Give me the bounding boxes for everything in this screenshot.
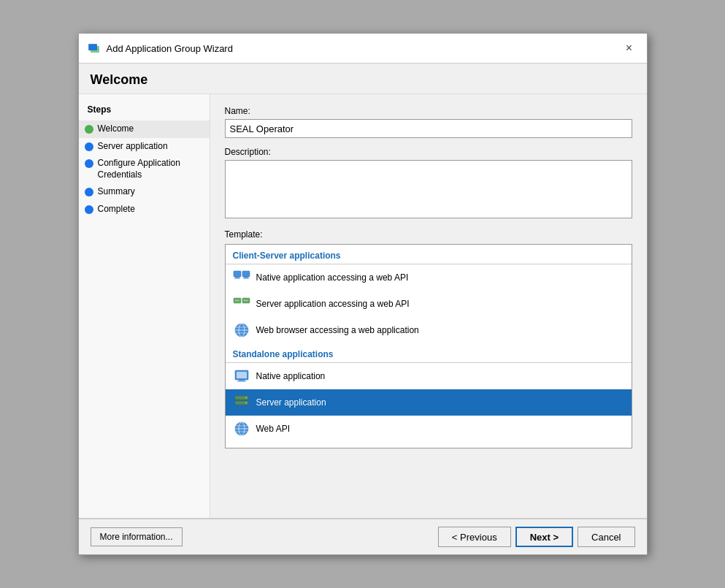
content-area: Steps WelcomeServer applicationConfigure… [79, 94, 647, 518]
template-group-heading-1: Standalone applications [226, 343, 632, 363]
next-button[interactable]: Next > [515, 527, 573, 547]
nav-buttons: < Previous Next > Cancel [438, 527, 635, 547]
template-label: Template: [225, 229, 632, 240]
footer: More information... < Previous Next > Ca… [79, 519, 647, 554]
svg-rect-11 [237, 300, 239, 301]
template-group-heading-0: Client-Server applications [226, 245, 632, 264]
dialog-title: Add Application Group Wizard [107, 43, 615, 54]
sidebar-label-complete: Complete [98, 204, 135, 215]
more-info-button[interactable]: More information... [91, 527, 183, 546]
svg-rect-13 [244, 300, 245, 301]
svg-rect-5 [234, 278, 240, 279]
name-label: Name: [225, 106, 632, 116]
svg-rect-22 [239, 380, 245, 381]
template-item-icon-0-0 [233, 269, 250, 286]
previous-button[interactable]: < Previous [438, 527, 511, 547]
step-dot-server-application [85, 142, 93, 151]
svg-rect-8 [243, 278, 249, 279]
template-item-icon-0-2 [233, 321, 250, 339]
template-item-icon-0-1 [233, 295, 250, 313]
name-field-group: Name: [225, 106, 632, 138]
template-item-label-0-0: Native application accessing a web API [256, 272, 409, 283]
app-icon [88, 42, 101, 55]
sidebar-label-welcome: Welcome [98, 123, 134, 135]
template-item-label-0-1: Server application accessing a web API [256, 299, 410, 309]
svg-rect-7 [244, 277, 248, 278]
cancel-button[interactable]: Cancel [578, 527, 634, 547]
svg-point-27 [245, 402, 247, 404]
title-bar: Add Application Group Wizard × [79, 34, 647, 64]
step-dot-welcome [85, 125, 93, 134]
sidebar-label-server-application: Server application [98, 141, 168, 153]
main-panel: Name: Description: Template: Client-Serv… [210, 94, 647, 518]
template-item-1-1[interactable]: Server application [226, 389, 632, 416]
sidebar-heading: Steps [79, 102, 210, 121]
template-item-0-2[interactable]: Web browser accessing a web application [226, 317, 632, 343]
sidebar-item-server-application[interactable]: Server application [79, 138, 210, 156]
sidebar-label-configure-credentials: Configure Application Credentials [98, 158, 202, 180]
template-item-label-1-2: Web API [256, 424, 290, 434]
page-title: Welcome [91, 72, 635, 88]
svg-rect-14 [246, 300, 248, 301]
template-box: Client-Server applicationsNative applica… [225, 244, 632, 448]
sidebar-item-welcome[interactable]: Welcome [79, 121, 210, 138]
template-item-icon-1-2 [233, 420, 250, 438]
template-item-label-1-1: Server application [256, 397, 326, 408]
template-item-0-0[interactable]: Native application accessing a web API [226, 264, 632, 291]
svg-point-26 [245, 397, 247, 399]
svg-rect-3 [234, 271, 241, 277]
step-dot-complete [85, 205, 93, 214]
close-button[interactable]: × [621, 39, 638, 57]
page-header: Welcome [79, 64, 647, 94]
template-field-group: Template: Client-Server applicationsNati… [225, 229, 632, 448]
template-item-1-2[interactable]: Web API [226, 416, 632, 442]
template-item-icon-1-0 [233, 367, 250, 385]
template-item-label-1-0: Native application [256, 371, 326, 381]
sidebar-item-configure-credentials[interactable]: Configure Application Credentials [79, 155, 210, 183]
svg-rect-23 [237, 381, 246, 382]
svg-rect-6 [242, 271, 250, 277]
step-dot-summary [85, 188, 93, 196]
template-item-1-0[interactable]: Native application [226, 363, 632, 389]
sidebar-item-complete[interactable]: Complete [79, 201, 210, 218]
dialog-window: Add Application Group Wizard × Welcome S… [78, 33, 648, 555]
sidebar-item-summary[interactable]: Summary [79, 183, 210, 201]
svg-rect-10 [235, 300, 237, 301]
template-item-label-0-2: Web browser accessing a web application [256, 325, 419, 335]
template-item-icon-1-1 [233, 394, 250, 411]
sidebar: Steps WelcomeServer applicationConfigure… [79, 94, 210, 518]
description-input[interactable] [225, 160, 632, 218]
step-dot-configure-credentials [85, 159, 93, 168]
svg-rect-4 [235, 277, 239, 278]
description-field-group: Description: [225, 147, 632, 221]
template-item-0-1[interactable]: Server application accessing a web API [226, 291, 632, 317]
svg-rect-21 [237, 372, 247, 378]
name-input[interactable] [225, 119, 632, 138]
sidebar-label-summary: Summary [98, 186, 135, 198]
svg-rect-2 [89, 45, 97, 50]
description-label: Description: [225, 147, 632, 157]
